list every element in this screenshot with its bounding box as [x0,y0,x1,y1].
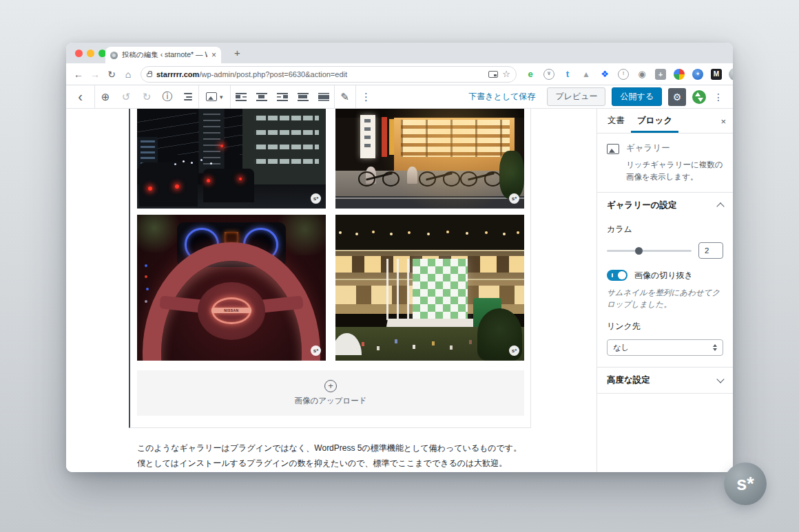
gallery-image-steering-wheel[interactable]: NISSAN s* [137,215,326,361]
gallery-settings-panel: カラム 2 画像の切り抜き サムネイルを整列にあわせてクロップしました。 リンク… [597,218,733,357]
block-navigation-icon[interactable] [178,93,198,100]
back-icon[interactable]: ← [70,69,87,80]
minimize-window-button[interactable] [87,50,94,57]
https-lock-icon [147,73,152,77]
dropbox-icon[interactable]: ❖ [599,69,610,80]
chevron-up-icon [716,202,724,210]
panel-title: 高度な設定 [607,374,650,386]
tab-block[interactable]: ブロック [631,109,678,133]
preview-button[interactable]: プレビュー [547,87,605,106]
crop-help-text: サムネイルを整列にあわせてクロップしました。 [607,287,723,312]
url-path: /wp-admin/post.php?post=6630&action=edit [199,70,347,78]
block-options-icon[interactable]: ⋮ [356,91,377,103]
blue-circle-extension-icon[interactable]: ✦ [692,69,703,80]
gallery-image-bicycles-storefront[interactable]: s* [335,109,524,209]
close-window-button[interactable] [75,50,83,57]
image-watermark: s* [509,345,519,356]
columns-label: カラム [607,224,723,235]
tab-close-icon[interactable]: × [211,50,216,60]
editor-body: s* s* [66,109,733,472]
content-structure-icon[interactable]: ⓘ [157,90,178,103]
settings-gear-button[interactable]: ⚙ [668,88,686,106]
sidebar-tabs: 文書 ブロック × [597,109,733,134]
browser-window: 投稿の編集 ‹ starnote* — WordP × + ← → ↻ ⌂ st… [66,43,733,472]
onetab-icon[interactable]: ! [618,69,629,80]
add-box-icon[interactable]: + [655,69,666,80]
evernote-icon[interactable]: e [525,69,536,80]
gallery-image-mall-stage[interactable]: s* [335,215,524,361]
link-to-value: なし [613,343,630,353]
undo-icon[interactable]: ↺ [116,91,136,103]
close-sidebar-icon[interactable]: × [720,109,726,134]
columns-slider[interactable] [607,242,692,259]
align-right-button[interactable] [272,85,293,109]
save-draft-button[interactable]: 下書きとして保存 [468,91,535,103]
address-bar[interactable]: starrrrr.com/wp-admin/post.php?post=6630… [141,66,517,83]
redo-icon[interactable]: ↻ [136,91,157,103]
gallery-settings-panel-header[interactable]: ギャラリーの設定 [597,193,733,218]
gmail-m-icon[interactable]: M [711,69,722,80]
columns-number-input[interactable]: 2 [698,242,723,259]
gallery-image-night-street[interactable]: s* [137,109,326,209]
page-url: starrrrr.com/wp-admin/post.php?post=6630… [156,70,484,78]
exit-fullscreen-button[interactable]: ‹ [66,89,94,105]
url-domain: starrrrr.com [156,70,199,78]
crop-images-toggle[interactable] [607,270,627,281]
align-center-button[interactable] [251,85,272,109]
extension-bar: e ∨ t ▲ ❖ ! ◉ + ✦ M [525,69,722,80]
editor-header: ‹ ⊕ ↺ ↻ ⓘ ▾ ✎ ⋮ 下書きとして保存 プレビュー 公開する ⚙ ⋮ [66,85,733,109]
block-switcher-button[interactable]: ▾ [199,92,230,101]
slider-thumb[interactable] [635,247,643,255]
image-watermark: s* [311,345,321,356]
tab-title: 投稿の編集 ‹ starnote* — WordP [122,50,207,60]
add-block-icon[interactable]: ⊕ [95,91,116,103]
profile-avatar[interactable] [729,68,733,81]
chevron-down-icon [716,376,724,383]
cast-icon[interactable] [488,71,498,78]
edit-gallery-pencil-icon[interactable]: ✎ [335,91,355,103]
starnote-logo-badge: s* [724,462,767,505]
publish-button[interactable]: 公開する [612,87,662,106]
bookmark-star-icon[interactable]: ☆ [502,69,510,79]
plus-circle-icon: + [324,380,337,392]
drive-icon[interactable]: ▲ [581,69,592,80]
reload-icon[interactable]: ↻ [103,69,120,80]
align-left-button[interactable] [231,85,251,109]
browser-tab[interactable]: 投稿の編集 ‹ starnote* — WordP × [105,47,221,63]
chevron-down-icon: ▾ [220,94,223,100]
image-watermark: s* [509,193,519,204]
upload-images-button[interactable]: + 画像のアップロード [137,370,524,416]
crop-toggle-label: 画像の切り抜き [634,270,693,281]
upload-label: 画像のアップロード [294,396,366,406]
select-arrows-icon [713,344,717,351]
post-paragraph[interactable]: このようなギャラリーはプラグインではなく、WordPress 5の標準機能として… [137,440,527,471]
pocket-icon[interactable]: ∨ [543,69,554,80]
advanced-settings-panel-header[interactable]: 高度な設定 [597,367,733,394]
block-card-description: リッチギャラリーに複数の画像を表示します。 [626,159,723,184]
editor-more-menu-icon[interactable]: ⋮ [712,92,725,103]
screenshot-canvas: { "browser": { "tab_title": "投稿の編集 ‹ sta… [0,0,799,532]
google-photos-icon[interactable] [674,69,685,80]
twitter-icon[interactable]: t [562,69,573,80]
home-icon[interactable]: ⌂ [120,69,136,80]
block-card-title: ギャラリー [626,142,723,154]
link-to-select[interactable]: なし [607,339,723,356]
gallery-block-icon [206,92,217,101]
gallery-block-icon [607,144,619,154]
wide-width-button[interactable] [293,85,313,109]
tab-document[interactable]: 文書 [601,109,631,133]
camera-icon[interactable]: ◉ [636,69,647,80]
link-to-label: リンク先 [607,321,723,332]
tab-strip: 投稿の編集 ‹ starnote* — WordP × + [66,43,733,63]
forward-icon[interactable]: → [87,69,103,80]
settings-sidebar: 文書 ブロック × ギャラリー リッチギャラリーに複数の画像を表示します。 ギャ… [596,109,733,472]
block-card: ギャラリー リッチギャラリーに複数の画像を表示します。 [597,134,733,193]
jetpack-icon[interactable] [692,90,706,104]
editor-header-right: 下書きとして保存 プレビュー 公開する ⚙ ⋮ [468,87,733,106]
editor-content: s* s* [66,109,596,472]
new-tab-button[interactable]: + [230,45,245,60]
full-width-button[interactable] [313,85,334,109]
selected-gallery-block[interactable]: s* s* [129,109,531,428]
image-watermark: s* [311,193,321,204]
site-favicon-icon [110,52,118,59]
